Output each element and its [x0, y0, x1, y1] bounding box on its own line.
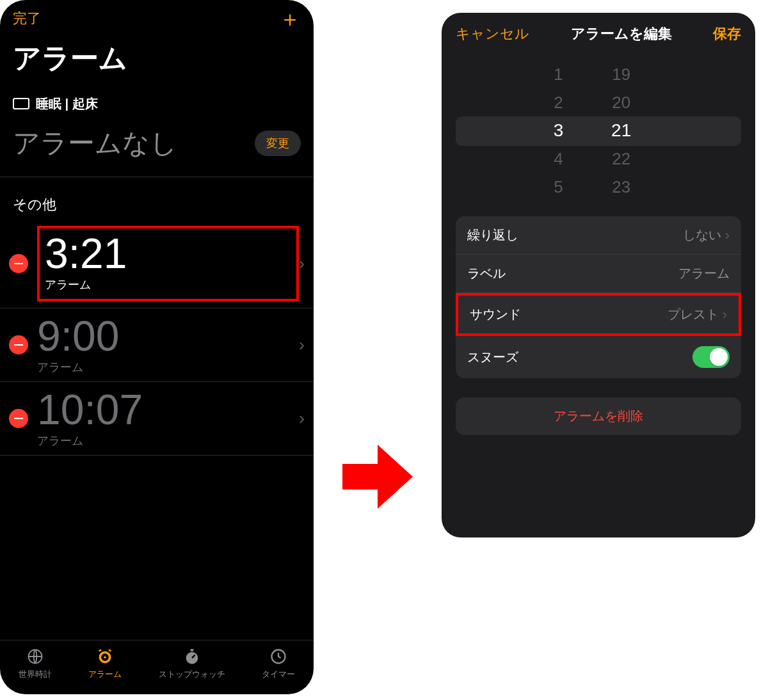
tab-bar: 世界時計 アラーム ストップウォッチ タイマー	[0, 640, 314, 694]
repeat-value: しない›	[683, 227, 730, 244]
alarm-body: 9:00 アラーム	[37, 315, 299, 375]
hour-column[interactable]: 0 1 2 3 4 5 6	[554, 58, 564, 205]
edit-header: キャンセル アラームを編集 保存	[442, 13, 755, 55]
alarm-row-highlight: 3:21 アラーム	[37, 226, 299, 301]
sleep-alarm-row: アラームなし 変更	[0, 119, 314, 177]
tab-timer[interactable]: タイマー	[262, 647, 295, 680]
minute-column[interactable]: 18 19 20 21 22 23 24	[611, 58, 631, 205]
tab-label: アラーム	[88, 669, 122, 680]
alarm-row-0[interactable]: 3:21 アラーム ›	[0, 219, 314, 308]
snooze-label: スヌーズ	[467, 349, 518, 366]
delete-minus-button[interactable]	[9, 409, 28, 428]
tab-label: 世界時計	[19, 669, 52, 680]
globe-icon	[26, 647, 45, 666]
alarm-list-screen: 完了 ＋ アラーム 睡眠 | 起床 アラームなし 変更 その他 3:21 アラー…	[0, 0, 314, 694]
page-title: アラーム	[0, 35, 314, 93]
time-picker[interactable]: 0 1 2 3 4 5 6 18 19 20 21 22 23 24	[456, 58, 741, 205]
repeat-label: 繰り返し	[467, 227, 518, 244]
alarm-time: 3:21	[45, 232, 291, 274]
tab-world-clock[interactable]: 世界時計	[19, 647, 52, 680]
alarm-body: 10:07 アラーム	[37, 388, 299, 449]
alarm-row-2[interactable]: 10:07 アラーム ›	[0, 382, 314, 456]
timer-icon	[269, 647, 288, 666]
add-alarm-button[interactable]: ＋	[279, 11, 301, 26]
chevron-right-icon: ›	[299, 335, 305, 355]
alarm-time: 9:00	[37, 315, 299, 357]
tab-alarm[interactable]: アラーム	[88, 647, 122, 680]
chevron-right-icon: ›	[725, 227, 730, 244]
label-value: アラーム	[678, 265, 730, 282]
done-button[interactable]: 完了	[13, 9, 41, 28]
arrow-indicator	[339, 441, 416, 514]
alarm-label: アラーム	[37, 433, 299, 449]
tab-label: ストップウォッチ	[159, 669, 225, 680]
topbar: 完了 ＋	[0, 0, 314, 35]
stopwatch-icon	[182, 647, 202, 666]
sound-row[interactable]: サウンド プレスト›	[456, 293, 741, 336]
alarm-label: アラーム	[45, 277, 291, 292]
edit-alarm-screen: キャンセル アラームを編集 保存 0 1 2 3 4 5 6 18 19 20 …	[442, 13, 755, 537]
sound-value: プレスト›	[668, 306, 727, 323]
alarm-label: アラーム	[37, 360, 299, 375]
chevron-right-icon: ›	[299, 408, 305, 429]
sleep-section-header: 睡眠 | 起床	[0, 93, 314, 119]
save-button[interactable]: 保存	[713, 24, 741, 44]
alarm-settings-group: 繰り返し しない› ラベル アラーム サウンド プレスト› スヌーズ	[456, 216, 741, 378]
label-row[interactable]: ラベル アラーム	[456, 255, 741, 293]
tab-stopwatch[interactable]: ストップウォッチ	[159, 647, 225, 680]
snooze-row: スヌーズ	[456, 336, 741, 378]
delete-minus-button[interactable]	[9, 254, 28, 273]
repeat-row[interactable]: 繰り返し しない›	[456, 216, 741, 255]
sound-label: サウンド	[470, 306, 521, 323]
edit-title: アラームを編集	[571, 24, 672, 44]
chevron-right-icon: ›	[299, 253, 305, 274]
no-alarm-text: アラームなし	[13, 125, 177, 161]
alarm-time: 10:07	[37, 388, 299, 431]
snooze-toggle[interactable]	[692, 346, 730, 368]
delete-alarm-button[interactable]: アラームを削除	[456, 397, 741, 435]
other-section-header: その他	[0, 177, 314, 219]
label-label: ラベル	[467, 265, 506, 282]
svg-point-3	[104, 656, 107, 658]
alarm-row-1[interactable]: 9:00 アラーム ›	[0, 308, 314, 382]
tab-label: タイマー	[262, 669, 295, 680]
sleep-change-button[interactable]: 変更	[255, 131, 301, 156]
picker-selection-band	[456, 116, 741, 146]
cancel-button[interactable]: キャンセル	[456, 24, 529, 44]
chevron-right-icon: ›	[723, 306, 727, 323]
svg-rect-5	[190, 649, 193, 651]
alarm-clock-icon	[95, 647, 115, 666]
bed-icon	[13, 98, 29, 109]
delete-minus-button[interactable]	[9, 335, 28, 354]
sleep-section-label: 睡眠 | 起床	[36, 95, 98, 113]
